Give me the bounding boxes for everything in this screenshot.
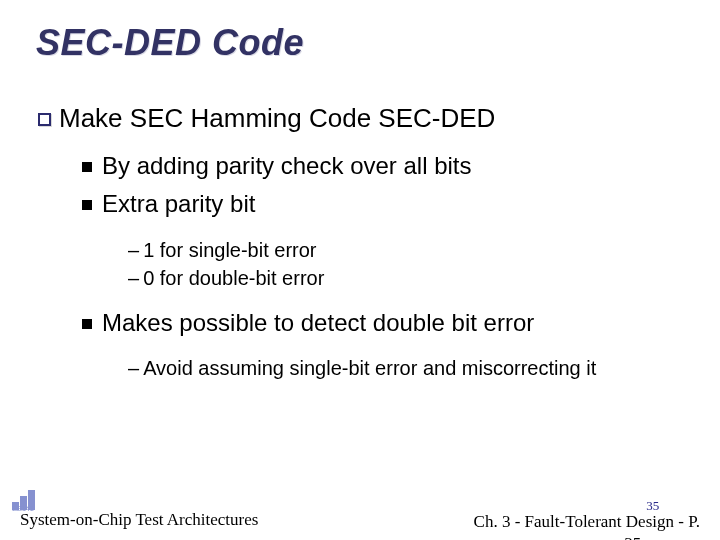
bullet-level2: By adding parity check over all bits (82, 150, 684, 182)
bullet-text: 1 for single-bit error (143, 239, 316, 261)
slide-title: SEC-DED Code (36, 22, 684, 64)
slide: SEC-DED Code Make SEC Hamming Code SEC-D… (0, 0, 720, 540)
page-number: 35 (540, 498, 720, 514)
bullet-level2: Makes possible to detect double bit erro… (82, 307, 684, 339)
bullet-text: Make SEC Hamming Code SEC-DED (59, 103, 495, 133)
bullet-level2: Extra parity bit (82, 188, 684, 220)
filled-square-icon (82, 200, 92, 210)
bullet-text: 0 for double-bit error (143, 267, 324, 289)
dash-icon: – (128, 357, 139, 379)
hollow-square-icon (38, 113, 51, 126)
bullet-level3: –Avoid assuming single-bit error and mis… (128, 355, 648, 381)
bullet-text: By adding parity check over all bits (102, 152, 472, 179)
chapter-label: Ch. 3 - Fault-Tolerant Design - P. (474, 512, 700, 531)
filled-square-icon (82, 162, 92, 172)
footer-right: 35 Ch. 3 - Fault-Tolerant Design - P. 35 (474, 498, 706, 536)
filled-square-icon (82, 319, 92, 329)
clipped-page-number: 35 (520, 534, 720, 540)
bullet-text: Makes possible to detect double bit erro… (102, 309, 534, 336)
bullet-text: Avoid assuming single-bit error and misc… (143, 357, 596, 379)
dash-icon: – (128, 239, 139, 261)
dash-icon: – (128, 267, 139, 289)
footer: System-on-Chip Test Architectures 35 Ch.… (0, 498, 720, 540)
bullet-level3: –1 for single-bit error (128, 237, 684, 263)
bullet-level3: –0 for double-bit error (128, 265, 684, 291)
footer-left-text: System-on-Chip Test Architectures (14, 510, 258, 536)
bullet-level1: Make SEC Hamming Code SEC-DED (38, 102, 684, 136)
bullet-text: Extra parity bit (102, 190, 255, 217)
